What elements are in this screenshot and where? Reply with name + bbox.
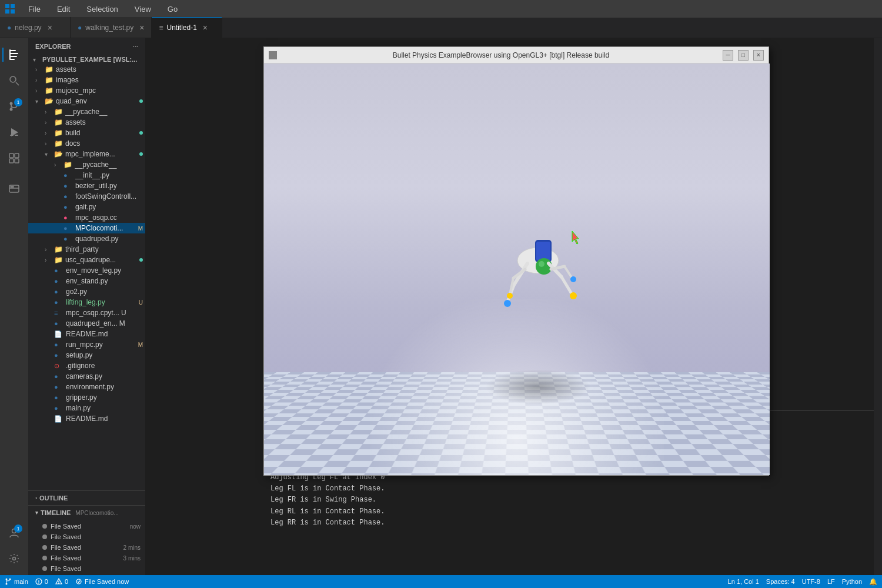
tab-neleg-close[interactable]: × (48, 23, 52, 32)
tab-untitled-close[interactable]: × (203, 23, 208, 32)
status-warnings[interactable]: 0 (55, 578, 68, 585)
tree-cameras[interactable]: › ● cameras.py (28, 371, 145, 382)
tree-assets-sub[interactable]: › 📁 assets (28, 117, 145, 128)
project-root[interactable]: ▾ PYBULLET_EXAMPLE [WSL:... (28, 55, 145, 64)
activity-search[interactable] (2, 69, 26, 92)
tree-quadruped[interactable]: › ● quadruped.py (28, 233, 145, 244)
menu-edit[interactable]: Edit (54, 4, 74, 15)
physics-maximize-button[interactable]: □ (738, 50, 749, 61)
timeline-dot-1 (42, 534, 47, 539)
tree-lifting-leg[interactable]: › ● lifting_leg.py U (28, 297, 145, 308)
tree-pycache-1[interactable]: › 📁 __pycache__ (28, 106, 145, 117)
outline-title[interactable]: › OUTLINE (28, 491, 145, 505)
physics-title: Bullet Physics ExampleBrowser using Open… (284, 51, 718, 59)
tree-gait[interactable]: › ● gait.py (28, 202, 145, 212)
tree-setup[interactable]: › ● setup.py (28, 350, 145, 360)
status-spaces[interactable]: Spaces: 4 (766, 578, 795, 586)
tree-main-py[interactable]: › ● main.py (28, 403, 145, 413)
menu-go[interactable]: Go (164, 4, 181, 15)
activity-explorer[interactable] (2, 43, 26, 66)
timeline-dot-2 (42, 545, 47, 550)
tree-build[interactable]: › 📁 build (28, 128, 145, 138)
tab-untitled[interactable]: ≡ Untitled-1 × (152, 17, 222, 38)
tree-environment[interactable]: › ● environment.py (28, 382, 145, 392)
pycache2-chevron: › (54, 162, 64, 168)
tree-images[interactable]: › 📁 images (28, 75, 145, 85)
tree-env-move[interactable]: › ● env_move_leg.py (28, 265, 145, 276)
tree-mujoco-mpc[interactable]: › 📁 mujoco_mpc (28, 85, 145, 96)
menu-file[interactable]: File (25, 4, 44, 15)
go2-label: go2.py (66, 288, 145, 296)
activity-extensions[interactable] (2, 146, 26, 170)
timeline-item-4[interactable]: File Saved (28, 563, 145, 574)
status-encoding[interactable]: UTF-8 (802, 578, 820, 586)
bezier-icon: ● (64, 182, 73, 189)
tree-quad-env[interactable]: ▾ 📂 quad_env (28, 96, 145, 106)
sidebar-more-icon[interactable]: ··· (133, 43, 138, 50)
source-control-badge: 1 (14, 98, 22, 106)
tree-gitignore[interactable]: › ⊙ .gitignore (28, 360, 145, 371)
physics-minimize-button[interactable]: ─ (723, 50, 733, 61)
activity-run-debug[interactable] (2, 121, 26, 144)
tab-walking-test[interactable]: ● walking_test.py × (71, 17, 152, 38)
physics-window[interactable]: Bullet Physics ExampleBrowser using Open… (263, 46, 769, 476)
svg-rect-1 (11, 4, 15, 8)
tree-usc[interactable]: › 📁 usc_quadrupe... (28, 255, 145, 265)
tree-readme-2[interactable]: › 📄 README.md (28, 413, 145, 424)
quad-env-label: quad_env (56, 97, 139, 105)
timeline-item-0[interactable]: File Saved now (28, 521, 145, 532)
tree-init-py[interactable]: › ● __init__.py (28, 170, 145, 181)
tree-mpclocomotion[interactable]: › ● MPClocomoti... M (28, 223, 145, 233)
timeline-item-3[interactable]: File Saved 3 mins (28, 553, 145, 563)
physics-window-container: Bullet Physics ExampleBrowser using Open… (263, 46, 769, 476)
tree-mpc-osqp-cc[interactable]: › ● mpc_osqp.cc (28, 212, 145, 223)
right-scrollbar[interactable] (874, 38, 882, 575)
menu-selection[interactable]: Selection (83, 4, 121, 15)
timeline-item-2[interactable]: File Saved 2 mins (28, 542, 145, 553)
menu-view[interactable]: View (131, 4, 155, 15)
terminal-line-6: Leg FL is in Contact Phase. (270, 483, 875, 495)
physics-close-button[interactable]: × (753, 50, 764, 61)
status-notifications[interactable]: 🔔 (869, 578, 877, 586)
tree-docs[interactable]: › 📁 docs (28, 138, 145, 149)
warnings-label: 0 (65, 578, 68, 585)
svg-point-52 (38, 583, 39, 583)
tab-walking-test-close[interactable]: × (139, 23, 144, 32)
menu-bar: File Edit Selection View Go (0, 0, 882, 18)
tree-footswing[interactable]: › ● footSwingControll... (28, 191, 145, 202)
tree-third-party[interactable]: › 📁 third_party (28, 244, 145, 255)
status-errors[interactable]: 0 (35, 578, 48, 585)
mpc-osqp-cpyt-label: mpc_osqp.cpyt... U (66, 309, 145, 317)
gitignore-label: .gitignore (66, 362, 145, 370)
svg-rect-3 (11, 9, 15, 14)
activity-account[interactable]: 1 (2, 521, 26, 544)
tab-neleg[interactable]: ● neleg.py × (0, 17, 71, 38)
status-line-ending[interactable]: LF (827, 578, 835, 586)
tree-gripper[interactable]: › ● gripper.py (28, 392, 145, 403)
quadruped-en-icon: ● (54, 320, 64, 327)
timeline-item-1[interactable]: File Saved (28, 532, 145, 542)
tree-readme-1[interactable]: › 📄 README.md (28, 329, 145, 339)
tree-mpc-osqp-cpyt[interactable]: › ≡ mpc_osqp.cpyt... U (28, 308, 145, 318)
run-mpc-icon: ● (54, 341, 64, 348)
status-language[interactable]: Python (842, 578, 862, 586)
tree-bezier[interactable]: › ● bezier_util.py (28, 181, 145, 191)
activity-source-control[interactable]: 1 (2, 95, 26, 118)
svg-rect-4 (10, 50, 16, 51)
activity-settings[interactable] (2, 547, 26, 570)
status-line-col[interactable]: Ln 1, Col 1 (728, 578, 759, 586)
file-saved-label: File Saved now (85, 578, 129, 585)
physics-titlebar: Bullet Physics ExampleBrowser using Open… (264, 47, 769, 64)
tree-env-stand[interactable]: › ● env_stand.py (28, 276, 145, 286)
tree-mpc-impl[interactable]: ▾ 📂 mpc_impleme... (28, 149, 145, 159)
robot-figure (485, 208, 591, 325)
activity-remote[interactable] (2, 177, 26, 201)
tree-pycache-2[interactable]: › 📁 __pycache__ (28, 159, 145, 170)
svg-point-24 (11, 186, 12, 188)
tree-quadruped-en[interactable]: › ● quadruped_en... M (28, 318, 145, 329)
tree-run-mpc[interactable]: › ● run_mpc.py M (28, 339, 145, 350)
tree-go2[interactable]: › ● go2.py (28, 286, 145, 297)
status-git-branch[interactable]: main (5, 578, 28, 585)
tree-assets[interactable]: › 📁 assets (28, 64, 145, 75)
timeline-title[interactable]: ▾ TIMELINE MPClocomotio... (28, 506, 145, 520)
